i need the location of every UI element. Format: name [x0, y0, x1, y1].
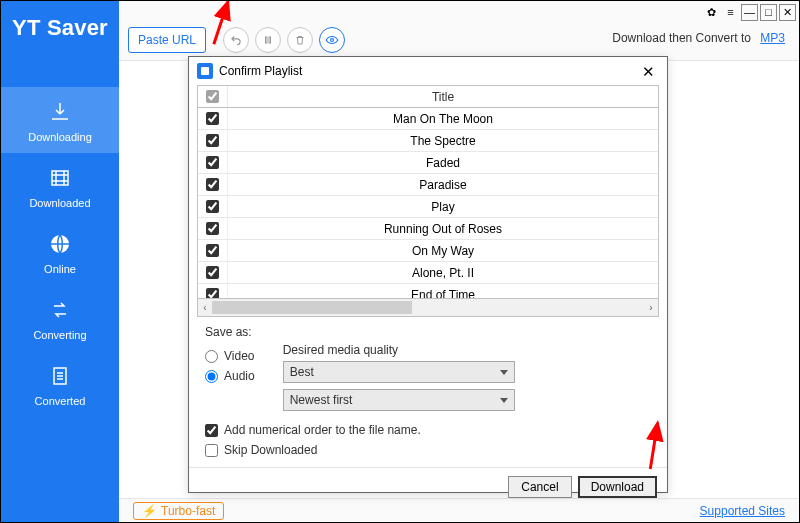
dialog-settings: Save as: Video Audio Desired media quali…	[189, 317, 667, 467]
row-title: Play	[228, 200, 658, 214]
row-checkbox[interactable]	[206, 222, 219, 235]
undo-button[interactable]	[223, 27, 249, 53]
svg-rect-4	[269, 37, 271, 43]
convert-format-link[interactable]: MP3	[760, 31, 785, 45]
svg-point-5	[331, 39, 334, 42]
skip-checkbox-row[interactable]: Skip Downloaded	[205, 443, 651, 457]
convert-label: Download then Convert to	[612, 31, 751, 45]
playlist-table: Title Man On The Moon The Spectre Faded …	[197, 85, 659, 317]
add-num-checkbox[interactable]	[205, 424, 218, 437]
convert-row: Download then Convert to MP3	[612, 31, 785, 45]
table-row[interactable]: End of Time	[198, 284, 658, 298]
trash-button[interactable]	[287, 27, 313, 53]
sidebar: YT Saver Downloading Downloaded Online C…	[1, 1, 119, 522]
dialog-title: Confirm Playlist	[219, 64, 302, 78]
sidebar-item-downloading[interactable]: Downloading	[1, 87, 119, 153]
settings-icon[interactable]: ✿	[703, 4, 720, 21]
maximize-button[interactable]: □	[760, 4, 777, 21]
dialog-close-button[interactable]: ✕	[638, 64, 659, 79]
quality-dropdown[interactable]: Best	[283, 361, 515, 383]
topbar: Paste URL Download then Convert to MP3 ✿…	[119, 1, 799, 61]
skip-checkbox[interactable]	[205, 444, 218, 457]
table-row[interactable]: The Spectre	[198, 130, 658, 152]
menu-icon[interactable]: ≡	[722, 4, 739, 21]
row-title: Running Out of Roses	[228, 222, 658, 236]
quality-label: Desired media quality	[283, 343, 515, 357]
minimize-button[interactable]: —	[741, 4, 758, 21]
sidebar-item-converting[interactable]: Converting	[1, 285, 119, 351]
window-controls: ✿ ≡ — □ ✕	[701, 4, 796, 21]
table-row[interactable]: Alone, Pt. II	[198, 262, 658, 284]
audio-radio-row[interactable]: Audio	[205, 369, 255, 383]
horizontal-scrollbar[interactable]: ‹ ›	[198, 298, 658, 316]
sort-dropdown[interactable]: Newest first	[283, 389, 515, 411]
save-as-label: Save as:	[205, 325, 651, 339]
download-button[interactable]: Download	[578, 476, 657, 498]
sidebar-item-converted[interactable]: Converted	[1, 351, 119, 417]
app-title: YT Saver	[12, 1, 108, 51]
refresh-icon	[44, 295, 76, 325]
table-header: Title	[198, 86, 658, 108]
dialog-icon	[197, 63, 213, 79]
eye-button[interactable]	[319, 27, 345, 53]
table-row[interactable]: On My Way	[198, 240, 658, 262]
table-row[interactable]: Paradise	[198, 174, 658, 196]
bolt-icon: ⚡	[142, 504, 157, 518]
cancel-button[interactable]: Cancel	[508, 476, 571, 498]
row-checkbox[interactable]	[206, 244, 219, 257]
row-title: Faded	[228, 156, 658, 170]
row-checkbox[interactable]	[206, 178, 219, 191]
film-icon	[44, 163, 76, 193]
table-row[interactable]: Running Out of Roses	[198, 218, 658, 240]
scroll-right-icon[interactable]: ›	[644, 299, 658, 316]
document-icon	[44, 361, 76, 391]
nav: Downloading Downloaded Online Converting…	[1, 87, 119, 417]
download-icon	[44, 97, 76, 127]
supported-sites-link[interactable]: Supported Sites	[700, 504, 785, 518]
table-row[interactable]: Faded	[198, 152, 658, 174]
video-radio[interactable]	[205, 350, 218, 363]
paste-url-button[interactable]: Paste URL	[128, 27, 206, 53]
row-title: End of Time	[228, 288, 658, 299]
sidebar-item-label: Converted	[35, 395, 86, 407]
confirm-playlist-dialog: Confirm Playlist ✕ Title Man On The Moon…	[188, 56, 668, 493]
close-button[interactable]: ✕	[779, 4, 796, 21]
sidebar-item-label: Converting	[33, 329, 86, 341]
scroll-thumb[interactable]	[212, 301, 412, 314]
dialog-button-row: Cancel Download	[189, 467, 667, 506]
sidebar-item-downloaded[interactable]: Downloaded	[1, 153, 119, 219]
audio-radio[interactable]	[205, 370, 218, 383]
table-row[interactable]: Man On The Moon	[198, 108, 658, 130]
sidebar-item-label: Online	[44, 263, 76, 275]
sidebar-item-label: Downloaded	[29, 197, 90, 209]
row-checkbox[interactable]	[206, 266, 219, 279]
add-num-checkbox-row[interactable]: Add numerical order to the file name.	[205, 423, 651, 437]
row-title: Alone, Pt. II	[228, 266, 658, 280]
row-checkbox[interactable]	[206, 112, 219, 125]
row-title: Man On The Moon	[228, 112, 658, 126]
video-radio-row[interactable]: Video	[205, 349, 255, 363]
column-title: Title	[228, 90, 658, 104]
row-title: On My Way	[228, 244, 658, 258]
svg-rect-3	[266, 37, 268, 43]
table-row[interactable]: Play	[198, 196, 658, 218]
globe-icon	[44, 229, 76, 259]
sidebar-item-label: Downloading	[28, 131, 92, 143]
row-checkbox[interactable]	[206, 288, 219, 298]
row-title: The Spectre	[228, 134, 658, 148]
sidebar-item-online[interactable]: Online	[1, 219, 119, 285]
row-checkbox[interactable]	[206, 134, 219, 147]
row-title: Paradise	[228, 178, 658, 192]
row-checkbox[interactable]	[206, 200, 219, 213]
select-all-checkbox[interactable]	[198, 86, 228, 107]
svg-rect-0	[52, 171, 68, 185]
scroll-left-icon[interactable]: ‹	[198, 299, 212, 316]
row-checkbox[interactable]	[206, 156, 219, 169]
pause-button[interactable]	[255, 27, 281, 53]
dialog-titlebar: Confirm Playlist ✕	[189, 57, 667, 85]
